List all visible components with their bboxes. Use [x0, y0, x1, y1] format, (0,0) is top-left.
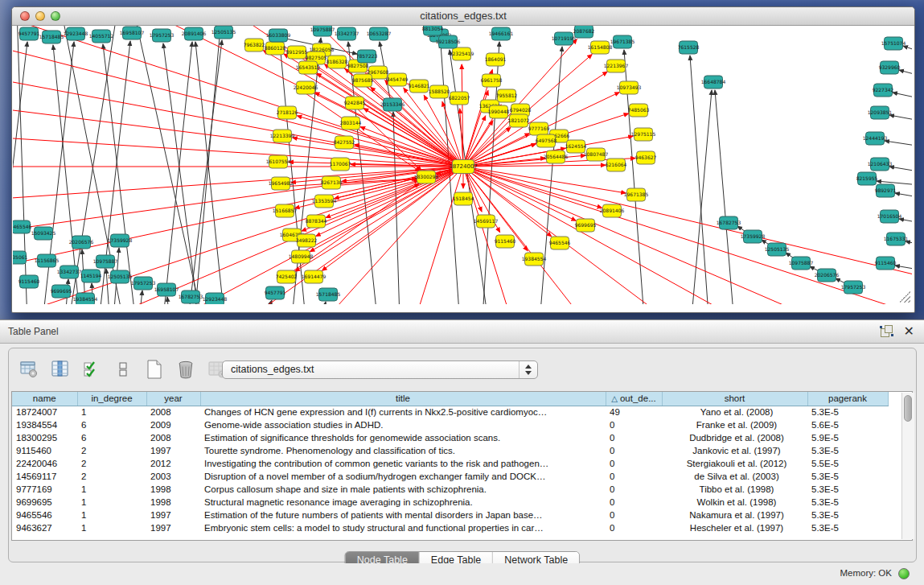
column-header-in_degree[interactable]: in_degree — [77, 392, 146, 406]
graph-node[interactable]: 8860128 — [265, 42, 286, 55]
citation-graph[interactable]: 7963822886012889129551822605898275051654… — [13, 26, 912, 304]
network-canvas[interactable]: 7963822886012889129551822605898275051654… — [13, 26, 912, 304]
graph-node[interactable]: 16033809 — [266, 29, 291, 42]
graph-node[interactable]: 9465546 — [549, 237, 571, 249]
graph-node[interactable]: 15751074 — [881, 37, 906, 50]
graph-node[interactable]: 12213967 — [604, 60, 629, 72]
graph-node[interactable]: 12106433 — [868, 158, 893, 171]
graph-node[interactable]: 12505135 — [108, 270, 133, 283]
graph-node[interactable]: 16958107 — [154, 283, 179, 296]
graph-node[interactable]: 14569117 — [474, 215, 499, 228]
graph-node[interactable]: 19671385 — [624, 188, 649, 201]
graph-node[interactable]: 16958107 — [120, 27, 145, 39]
column-header-title[interactable]: title — [200, 392, 606, 406]
column-header-pagerank[interactable]: pagerank — [807, 392, 888, 406]
graph-node[interactable]: 22420046 — [294, 81, 318, 94]
attribute-table[interactable]: namein_degreeyeartitle△out_de...shortpag… — [11, 391, 913, 541]
graph-node[interactable]: 9242845 — [344, 97, 366, 109]
graph-node[interactable]: 12923448 — [64, 27, 88, 40]
graph-node[interactable]: 17957253 — [841, 281, 866, 294]
graph-node[interactable]: 17359928 — [108, 234, 133, 247]
graph-node[interactable]: 1835061 — [13, 251, 28, 264]
graph-node[interactable]: 1518454 — [453, 192, 474, 205]
graph-node[interactable]: 10975887 — [93, 255, 118, 268]
graph-node[interactable]: 16648784 — [701, 76, 726, 89]
graph-node[interactable]: 17016504 — [877, 210, 902, 223]
table-options-icon[interactable] — [18, 359, 39, 380]
graph-node[interactable]: 19654982 — [269, 177, 294, 190]
graph-node[interactable]: 2718126 — [277, 106, 298, 119]
graph-node[interactable]: 8186328 — [326, 56, 348, 68]
column-header-short[interactable]: short — [662, 392, 807, 406]
graph-node[interactable]: 20564486 — [544, 150, 569, 163]
graph-node[interactable]: 12213399 — [270, 130, 295, 142]
network-window[interactable]: citations_edges.txt 79638228860128891295… — [11, 6, 915, 313]
graph-node[interactable]: 1821072 — [508, 114, 530, 127]
graph-node[interactable]: 16914479 — [302, 270, 326, 283]
table-row[interactable]: 977716911998Corpus callosum shape and si… — [12, 483, 888, 496]
graph-node[interactable]: 9699695 — [575, 219, 597, 232]
table-row[interactable]: 946362711997Embryonic stem cells: a mode… — [12, 521, 888, 534]
graph-node[interactable]: 6961758 — [481, 74, 503, 87]
graph-node[interactable]: 12505135 — [211, 26, 236, 39]
float-panel-icon[interactable] — [881, 325, 893, 337]
graph-node[interactable]: 20206576 — [815, 269, 840, 282]
graph-node[interactable]: 9777169 — [528, 122, 550, 135]
table-selector-dropdown[interactable]: citations_edges.txt — [222, 360, 538, 379]
graph-node[interactable]: 16543512 — [296, 61, 321, 74]
graph-node[interactable]: 20206576 — [69, 236, 94, 249]
graph-node[interactable]: 9115460 — [875, 257, 897, 270]
graph-node[interactable]: 14055712 — [89, 30, 114, 43]
graph-node[interactable]: 12444193 — [863, 132, 888, 145]
graph-node[interactable]: 6497568 — [536, 134, 557, 147]
graph-node[interactable]: 10719195 — [552, 32, 577, 45]
graph-node[interactable]: 19671385 — [610, 35, 635, 48]
graph-node[interactable]: 12325419 — [450, 47, 474, 60]
graph-node[interactable]: 10973493 — [617, 81, 642, 94]
graph-node[interactable]: 13342737 — [335, 27, 359, 40]
graph-node[interactable]: 11156865 — [35, 254, 60, 267]
graph-node[interactable]: 11353594 — [312, 195, 337, 208]
graph-node[interactable]: 20153346 — [380, 98, 405, 111]
toggle-rows-icon[interactable] — [113, 359, 133, 380]
graph-node[interactable]: 9463627 — [635, 151, 657, 164]
graph-node[interactable]: 12923448 — [203, 293, 228, 304]
graph-node[interactable]: 15718485 — [39, 31, 64, 43]
column-header-name[interactable]: name — [12, 392, 77, 406]
graph-node[interactable]: 20891406 — [182, 27, 207, 40]
graph-node[interactable]: 17359928 — [741, 230, 766, 243]
graph-node[interactable]: 7857223 — [356, 50, 378, 63]
graph-node[interactable]: 12975115 — [631, 128, 656, 141]
table-row[interactable]: 911546021997Tourette syndrome. Phenomeno… — [12, 444, 888, 457]
graph-node[interactable]: 18300295 — [414, 171, 439, 183]
graph-node[interactable]: 16782753 — [179, 290, 203, 303]
graph-node[interactable]: 8813054 — [422, 26, 444, 35]
graph-node[interactable]: 19466161 — [489, 27, 514, 40]
graph-node[interactable]: 9329960 — [879, 61, 901, 74]
graph-node[interactable]: 15093425 — [31, 227, 56, 240]
graph-node[interactable]: 9115460 — [495, 235, 516, 248]
graph-node[interactable]: 8267130 — [321, 176, 343, 189]
graph-node[interactable]: 9699695 — [51, 285, 72, 298]
hub-node[interactable]: 18724007 — [449, 160, 478, 174]
row-selection-icon[interactable] — [81, 359, 102, 380]
graph-node[interactable]: 9457791 — [265, 286, 286, 299]
graph-node[interactable]: 1145194 — [80, 270, 102, 282]
table-row[interactable]: 2242004622012Investigating the contribut… — [12, 457, 888, 470]
graph-node[interactable]: 9227342 — [873, 84, 894, 97]
show-columns-icon[interactable] — [50, 359, 71, 380]
table-header-row[interactable]: namein_degreeyeartitle△out_de...shortpag… — [12, 392, 888, 406]
graph-node[interactable]: 10975887 — [310, 26, 335, 36]
graph-node[interactable]: 15718485 — [316, 288, 341, 301]
graph-node[interactable]: 7963822 — [244, 39, 265, 51]
graph-node[interactable]: 8427552 — [334, 136, 355, 149]
graph-node[interactable]: 17957253 — [150, 29, 175, 42]
table-row[interactable]: 1872400712008Changes of HCN gene express… — [12, 406, 888, 418]
graph-node[interactable]: 7955812 — [496, 89, 518, 102]
graph-node[interactable]: 3498222 — [296, 234, 318, 247]
graph-node[interactable]: 9892971 — [875, 184, 897, 197]
graph-node[interactable]: 16154808 — [588, 41, 613, 54]
graph-node[interactable]: 9115460 — [18, 275, 40, 288]
table-scrollbar[interactable] — [901, 393, 914, 539]
graph-node[interactable]: 14809948 — [289, 250, 314, 263]
